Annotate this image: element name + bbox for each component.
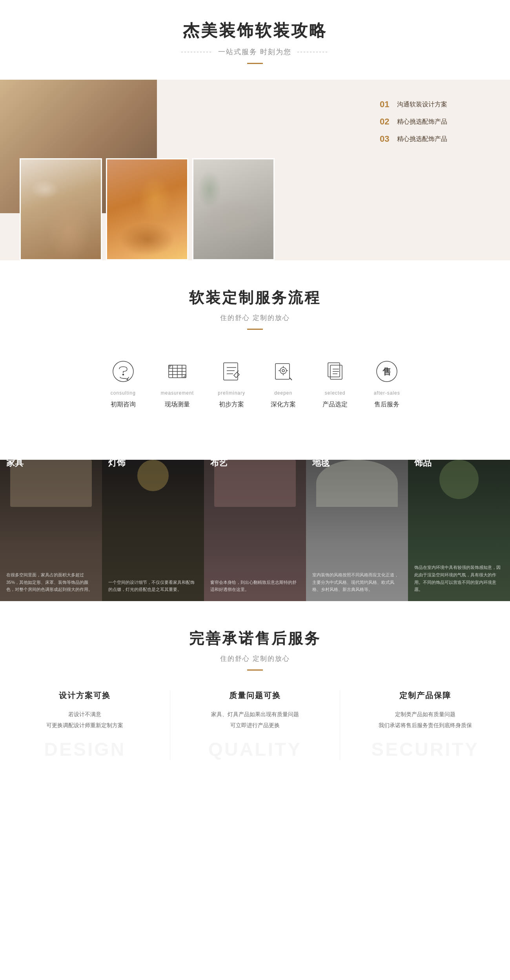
hero-section: 杰美装饰软装攻略 一站式服务 时刻为您 xyxy=(0,0,510,80)
svg-marker-10 xyxy=(183,375,186,378)
aftersales-section: 完善承诺售后服务 住的舒心 定制的放心 设计方案可换 若设计不满意 可更换调配设… xyxy=(0,601,510,784)
step-num-3: 03 xyxy=(380,134,392,144)
col-num-1: 02 xyxy=(108,448,198,454)
step-deepen: deepen 深化方案 xyxy=(269,357,297,409)
deco-line-left xyxy=(181,52,213,52)
svg-marker-9 xyxy=(169,365,172,368)
photo-collage: 01 沟通软装设计方案 02 精心挑选配饰产品 03 精心挑选配饰产品 xyxy=(0,80,510,260)
g-line2-2: 我们承诺将售后服务责任到底终身质保 xyxy=(356,720,494,731)
process-subtitle-text: 住的舒心 定制的放心 xyxy=(220,313,290,322)
guarantee-design: 设计方案可换 若设计不满意 可更换调配设计师重新定制方案 DESIGN xyxy=(0,690,170,760)
col-num-4: 05 xyxy=(414,448,504,454)
deco-line-right xyxy=(297,52,329,52)
svg-point-22 xyxy=(282,369,284,372)
product-ornament[interactable]: 05 饰品 饰品在室内环境中具有较强的装饰感知意，因此由于渲染空间环境的气氛，具… xyxy=(408,436,510,601)
product-carpet[interactable]: 04 地毯 室内装饰的风格按照不同风格而应文化正道，主要分为中式风格、现代简约风… xyxy=(306,436,408,601)
col-name-4: 饰品 xyxy=(414,457,504,469)
col-desc-0: 在很多空间里面，家具占的面积大多超过35%，其他如定形、床罩、装饰等饰品的颜色，… xyxy=(6,571,96,593)
process-steps: consulting 初期咨询 measurement 现场测量 xyxy=(0,349,510,417)
col-desc-4: 饰品在室内环境中具有较强的装饰感知意，因此由于渲染空间环境的气氛，具有很大的作用… xyxy=(414,564,504,593)
step-en-4: selected xyxy=(325,390,346,396)
step-aftersales: 售 after-sales 售后服务 xyxy=(373,357,401,409)
guarantee-security: 定制产品保障 定制类产品如有质量问题 我们承诺将售后服务责任到底终身质保 SEC… xyxy=(340,690,510,760)
measurement-icon xyxy=(163,357,191,386)
photo-box-3 xyxy=(192,158,275,260)
step-selected: selected 产品选定 xyxy=(321,357,349,409)
guarantee-grid: 设计方案可换 若设计不满意 可更换调配设计师重新定制方案 DESIGN 质量问题… xyxy=(0,690,510,760)
process-subtitle: 住的舒心 定制的放心 xyxy=(0,313,510,322)
col-desc-2: 窗帘会本身给，到出心翻精致后意志斯特的舒适和好透彻在这里。 xyxy=(210,579,300,593)
step-num-2: 02 xyxy=(380,117,392,127)
collage-steps: 01 沟通软装设计方案 02 精心挑选配饰产品 03 精心挑选配饰产品 xyxy=(380,99,447,144)
product-carpet-overlay: 04 地毯 室内装饰的风格按照不同风格而应文化正道，主要分为中式风格、现代简约风… xyxy=(306,436,408,601)
g-watermark-2: SECURITY xyxy=(356,739,494,760)
collage-step-3: 03 精心挑选配饰产品 xyxy=(380,134,447,144)
product-fabric-overlay: 03 布艺 窗帘会本身给，到出心翻精致后意志斯特的舒适和好透彻在这里。 xyxy=(204,436,306,601)
aftersales-title: 完善承诺售后服务 xyxy=(0,629,510,649)
step-zh-3: 深化方案 xyxy=(271,400,296,409)
product-furniture[interactable]: 01 家具 在很多空间里面，家具占的面积大多超过35%，其他如定形、床罩、装饰等… xyxy=(0,436,102,601)
col-desc-1: 一个空间的设计细节，不仅仅要看家具和配饰的点缀，灯光的搭配也是之耳其重要。 xyxy=(108,579,198,593)
process-section: 软装定制服务流程 住的舒心 定制的放心 consulting 初期咨询 xyxy=(0,260,510,436)
step-zh-4: 产品选定 xyxy=(322,400,348,409)
step-en-5: after-sales xyxy=(374,390,400,396)
g-text-0: 若设计不满意 可更换调配设计师重新定制方案 xyxy=(16,709,154,731)
step-zh-0: 初期咨询 xyxy=(111,400,136,409)
photo-box-2 xyxy=(106,158,188,260)
accent-bar xyxy=(247,63,263,64)
step-en-3: deepen xyxy=(274,390,292,396)
col-num-2: 03 xyxy=(210,448,300,454)
col-desc-3: 室内装饰的风格按照不同风格而应文化正道，主要分为中式风格、现代简约风格、欧式风格… xyxy=(312,571,402,593)
photo-grid xyxy=(20,158,275,260)
g-line2-1: 可立即进行产品更换 xyxy=(186,720,324,731)
collage-step-2: 02 精心挑选配饰产品 xyxy=(380,117,447,127)
product-lighting[interactable]: 02 灯饰 一个空间的设计细节，不仅仅要看家具和配饰的点缀，灯光的搭配也是之耳其… xyxy=(102,436,204,601)
preliminary-svg xyxy=(220,360,243,383)
g-title-1: 质量问题可换 xyxy=(186,690,324,701)
svg-text:售: 售 xyxy=(382,367,391,377)
step-preliminary: preliminary 初步方案 xyxy=(217,357,246,409)
product-lighting-overlay: 02 灯饰 一个空间的设计细节，不仅仅要看家具和配饰的点缀，灯光的搭配也是之耳其… xyxy=(102,436,204,601)
col-name-2: 布艺 xyxy=(210,457,300,469)
col-name-0: 家具 xyxy=(6,457,96,469)
col-name-1: 灯饰 xyxy=(108,457,198,469)
step-num-1: 01 xyxy=(380,99,392,110)
g-line1-0: 若设计不满意 xyxy=(16,709,154,720)
consulting-icon xyxy=(109,357,137,386)
product-fabric[interactable]: 03 布艺 窗帘会本身给，到出心翻精致后意志斯特的舒适和好透彻在这里。 xyxy=(204,436,306,601)
step-measurement: measurement 现场测量 xyxy=(161,357,194,409)
step-en-1: measurement xyxy=(161,390,194,396)
collage-step-1: 01 沟通软装设计方案 xyxy=(380,99,447,110)
col-num-3: 04 xyxy=(312,448,402,454)
svg-point-17 xyxy=(280,368,286,374)
aftersales-svg: 售 xyxy=(375,360,399,383)
hero-subtitle: 一站式服务 时刻为您 xyxy=(0,47,510,57)
g-title-0: 设计方案可换 xyxy=(16,690,154,701)
aftersales-subtitle-text: 住的舒心 定制的放心 xyxy=(220,654,290,663)
step-text-1: 沟通软装设计方案 xyxy=(397,101,447,109)
products-section: 01 家具 在很多空间里面，家具占的面积大多超过35%，其他如定形、床罩、装饰等… xyxy=(0,436,510,601)
accent-bar-3 xyxy=(247,669,263,671)
step-zh-2: 初步方案 xyxy=(219,400,244,409)
step-zh-5: 售后服务 xyxy=(374,400,399,409)
aftersales-icon: 售 xyxy=(373,357,401,386)
g-title-2: 定制产品保障 xyxy=(356,690,494,701)
deepen-icon xyxy=(269,357,297,386)
col-name-3: 地毯 xyxy=(312,457,402,469)
step-en-2: preliminary xyxy=(218,390,245,396)
g-text-2: 定制类产品如有质量问题 我们承诺将售后服务责任到底终身质保 xyxy=(356,709,494,731)
preliminary-icon xyxy=(217,357,246,386)
g-line1-2: 定制类产品如有质量问题 xyxy=(356,709,494,720)
process-title: 软装定制服务流程 xyxy=(0,288,510,308)
step-consulting: consulting 初期咨询 xyxy=(109,357,137,409)
col-num-0: 01 xyxy=(6,448,96,454)
step-en-0: consulting xyxy=(111,390,136,396)
g-watermark-0: DESIGN xyxy=(16,739,154,760)
product-ornament-overlay: 05 饰品 饰品在室内环境中具有较强的装饰感知意，因此由于渲染空间环境的气氛，具… xyxy=(408,436,510,601)
hero-subtitle-text: 一站式服务 时刻为您 xyxy=(218,47,291,57)
product-furniture-overlay: 01 家具 在很多空间里面，家具占的面积大多超过35%，其他如定形、床罩、装饰等… xyxy=(0,436,102,601)
svg-line-23 xyxy=(290,378,292,380)
step-text-2: 精心挑选配饰产品 xyxy=(397,118,447,126)
aftersales-subtitle: 住的舒心 定制的放心 xyxy=(0,654,510,663)
photo-box-1 xyxy=(20,158,102,260)
